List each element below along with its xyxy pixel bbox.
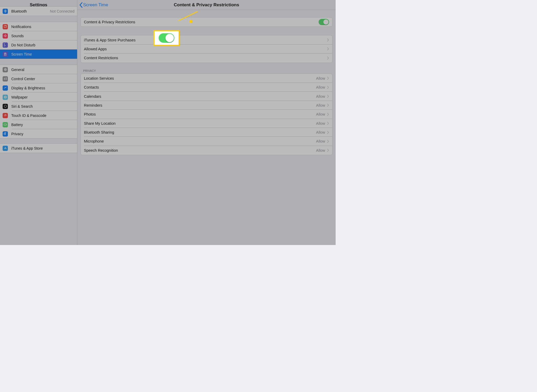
sidebar-item-sounds[interactable]: Sounds [0,31,77,40]
sidebar-group: iTunes & App Store [0,143,77,153]
chevron-right-icon [327,140,329,143]
row-contacts[interactable]: ContactsAllow [81,83,332,92]
sidebar-item-display-brightness[interactable]: Display & Brightness [0,83,77,92]
chevron-right-icon [327,47,329,51]
sidebar-item-bluetooth[interactable]: BluetoothNot Connected [0,7,77,16]
annotation-highlight-box [153,30,180,46]
row-label: Share My Location [84,121,116,126]
row-itunes-app-store-purchases[interactable]: iTunes & App Store Purchases [81,35,332,44]
sidebar-item-general[interactable]: General [0,65,77,74]
row-label: Microphone [84,139,104,143]
sidebar-item-wallpaper[interactable]: Wallpaper [0,92,77,102]
chevron-right-icon [327,56,329,60]
sidebar-item-control-center[interactable]: Control Center [0,74,77,83]
back-button[interactable]: Screen Time [79,0,108,10]
battery-icon [3,122,8,127]
sidebar-scroll[interactable]: BluetoothNot ConnectedNotificationsSound… [0,6,77,245]
row-value: Allow [316,94,325,99]
row-label: Content Restrictions [84,56,118,60]
section-master-toggle: Content & Privacy Restrictions [80,17,332,27]
row-calendars[interactable]: CalendarsAllow [81,92,332,101]
chevron-right-icon [327,104,329,107]
row-value: Allow [316,112,325,116]
sidebar-item-label: Bluetooth [11,9,27,13]
section-header-privacy: PRIVACY [83,69,330,72]
row-label: Allowed Apps [84,47,107,51]
controlcenter-icon [3,76,8,81]
sounds-icon [3,33,8,39]
appstore-icon [3,146,8,151]
section-restrictions: iTunes & App Store PurchasesAllowed Apps… [80,35,332,63]
sidebar-item-notifications[interactable]: Notifications [0,22,77,31]
row-content-restrictions[interactable]: Content Restrictions [81,53,332,62]
row-photos[interactable]: PhotosAllow [81,110,332,119]
row-bluetooth-sharing[interactable]: Bluetooth SharingAllow [81,128,332,137]
chevron-right-icon [327,38,329,42]
display-icon [3,85,8,91]
sidebar-item-itunes-app-store[interactable]: iTunes & App Store [0,144,77,153]
row-label: Location Services [84,76,114,80]
detail-pane: Screen Time Content & Privacy Restrictio… [77,0,336,245]
row-microphone[interactable]: MicrophoneAllow [81,137,332,146]
row-label: Contacts [84,85,99,89]
sidebar-group: NotificationsSoundsDo Not DisturbScreen … [0,22,77,59]
chevron-left-icon [79,2,83,8]
chevron-right-icon [327,113,329,116]
dnd-icon [3,42,8,48]
chevron-right-icon [327,86,329,89]
sidebar-item-touch-id-passcode[interactable]: Touch ID & Passcode [0,111,77,120]
touchid-icon [3,113,8,118]
sidebar-item-label: General [11,68,24,72]
row-content-privacy-restrictions[interactable]: Content & Privacy Restrictions [81,18,332,26]
row-label: Content & Privacy Restrictions [84,20,135,24]
row-share-my-location[interactable]: Share My LocationAllow [81,119,332,128]
chevron-right-icon [327,131,329,134]
row-label: Photos [84,112,96,116]
row-label: Reminders [84,103,102,107]
sidebar-item-label: Control Center [11,77,35,81]
row-value: Allow [316,130,325,134]
sidebar-item-label: Wallpaper [11,95,28,99]
page-title: Content & Privacy Restrictions [77,2,336,8]
row-allowed-apps[interactable]: Allowed Apps [81,45,332,53]
row-label: Calendars [84,94,101,99]
row-value: Allow [316,148,325,153]
sidebar-item-battery[interactable]: Battery [0,120,77,129]
row-label: Speech Recognition [84,148,118,153]
row-speech-recognition[interactable]: Speech RecognitionAllow [81,146,332,155]
row-value: Allow [316,103,325,107]
sidebar-group: BluetoothNot Connected [0,6,77,16]
row-location-services[interactable]: Location ServicesAllow [81,74,332,83]
sidebar-item-label: Touch ID & Passcode [11,113,46,118]
privacy-icon [3,131,8,137]
bluetooth-icon [3,9,8,14]
siri-icon [3,104,8,109]
section-privacy: Location ServicesAllowContactsAllowCalen… [80,74,332,155]
row-value: Allow [316,121,325,126]
content-scroll[interactable]: Content & Privacy Restrictions iTunes & … [77,10,336,245]
sidebar-item-label: Battery [11,123,23,127]
annotation-callout-dot [189,20,192,23]
sidebar-item-siri-search[interactable]: Siri & Search [0,102,77,111]
sidebar-item-label: Siri & Search [11,104,33,108]
chevron-right-icon [327,122,329,125]
screentime-icon [3,52,8,57]
sidebar-item-do-not-disturb[interactable]: Do Not Disturb [0,40,77,50]
toggle-content-privacy[interactable] [319,19,329,25]
sidebar-item-status: Not Connected [50,9,74,13]
sidebar-item-privacy[interactable]: Privacy [0,129,77,138]
chevron-right-icon [327,77,329,80]
sidebar-item-label: Sounds [11,34,24,38]
general-icon [3,67,8,72]
chevron-right-icon [327,149,329,152]
sidebar-item-label: Display & Brightness [11,86,45,90]
sidebar: Settings BluetoothNot ConnectedNotificat… [0,0,77,245]
row-label: iTunes & App Store Purchases [84,38,136,42]
sidebar-item-label: Notifications [11,25,31,29]
sidebar-item-label: Screen Time [11,52,32,56]
row-value: Allow [316,139,325,143]
sidebar-item-label: Privacy [11,132,23,136]
sidebar-item-label: Do Not Disturb [11,43,35,47]
row-reminders[interactable]: RemindersAllow [81,101,332,110]
sidebar-item-screen-time[interactable]: Screen Time [0,50,77,59]
